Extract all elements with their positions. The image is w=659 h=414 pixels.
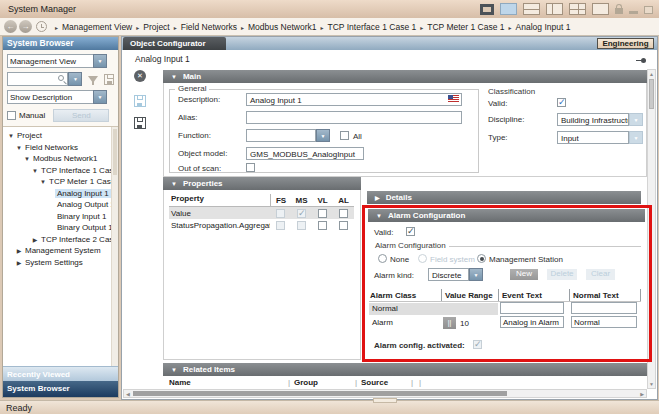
classification-valid-checkbox[interactable] — [557, 98, 566, 107]
layout-icon-vertical-split[interactable] — [546, 3, 563, 15]
collapsed-arrow-icon[interactable]: ▶ — [31, 235, 39, 246]
out-of-scan-checkbox[interactable] — [246, 163, 255, 172]
tree-scrollbar[interactable] — [111, 127, 118, 366]
filter-icon[interactable] — [88, 76, 98, 83]
discipline-dropdown[interactable]: Building Infrastructu — [557, 113, 629, 126]
tree-item[interactable]: Analog Input 1 — [3, 188, 118, 200]
normal-text-field[interactable] — [571, 302, 637, 314]
splitter-handle[interactable] — [373, 398, 397, 403]
expanded-arrow-icon[interactable]: ▼ — [7, 131, 15, 142]
tree-item-label[interactable]: Field Networks — [23, 143, 80, 152]
tree-item-label[interactable]: Binary Output 1 — [55, 223, 115, 232]
event-text-field[interactable] — [500, 302, 564, 314]
collapsed-arrow-icon[interactable]: ▶ — [15, 246, 23, 257]
collapsed-arrow-icon[interactable]: ▶ — [15, 258, 23, 269]
new-button[interactable]: New — [510, 269, 538, 280]
alarm-table-row[interactable]: Alarm||10Analog in AlarmNormal — [369, 316, 641, 330]
scroll-up-icon[interactable]: ▲ — [648, 71, 655, 77]
minimize-button[interactable] — [629, 11, 638, 14]
tree-scrollbar-thumb[interactable] — [113, 129, 117, 175]
tree-item[interactable]: ▶TCP Interface 2 Case 1 — [3, 234, 118, 246]
breadcrumb-item[interactable]: Management View — [62, 22, 132, 32]
chevron-down-icon[interactable]: ▼ — [93, 90, 107, 104]
tree-item-label[interactable]: Project — [15, 131, 44, 140]
alarm-valid-checkbox[interactable] — [406, 227, 415, 236]
back-button[interactable]: ← — [4, 20, 17, 33]
tree-item-label[interactable]: Binary Input 1 — [55, 212, 108, 221]
forward-button[interactable]: → — [19, 20, 32, 33]
breadcrumb-item[interactable]: Project — [143, 22, 169, 32]
layout-icon-single[interactable] — [592, 3, 609, 15]
layout-icon-horizontal-split[interactable] — [523, 3, 540, 15]
tree-item-label[interactable]: TCP Interface 1 Case 1 — [39, 166, 118, 175]
horizontal-scrollbar[interactable]: ◀ ▶ — [123, 389, 647, 398]
history-icon[interactable] — [36, 21, 47, 32]
vl-checkbox[interactable] — [318, 221, 327, 230]
tree-item-label[interactable]: Analog Input 1 — [55, 189, 111, 198]
scroll-down-icon[interactable]: ▼ — [648, 381, 655, 387]
system-browser-tab[interactable]: System Browser — [3, 381, 118, 397]
expanded-arrow-icon[interactable]: ▼ — [15, 143, 23, 154]
tree-item[interactable]: Analog Output 1 — [3, 199, 118, 211]
tree-item-label[interactable]: TCP Meter 1 Case 1 — [47, 177, 118, 186]
save-as-icon[interactable] — [134, 117, 146, 129]
chevron-down-icon[interactable]: ▼ — [469, 268, 483, 281]
display-mode-dropdown[interactable]: Show Description ▼ — [7, 90, 107, 104]
vertical-scrollbar[interactable]: ▲ ▼ — [647, 69, 656, 389]
normal-text-field[interactable]: Normal — [571, 316, 637, 328]
tree-item-label[interactable]: Modbus Network1 — [31, 154, 99, 163]
all-checkbox[interactable] — [340, 131, 349, 140]
section-header-related-items[interactable]: ▼Related Items — [163, 363, 647, 376]
tree-item-label[interactable]: Management System — [23, 246, 103, 255]
alias-field[interactable] — [246, 111, 462, 124]
maximize-button[interactable] — [644, 6, 653, 14]
breadcrumb-item[interactable]: TCP Interface 1 Case 1 — [328, 22, 417, 32]
section-header-alarm-configuration[interactable]: ▼Alarm Configuration — [368, 209, 645, 222]
close-icon[interactable]: ✕ — [134, 70, 146, 82]
save-search-icon[interactable] — [104, 74, 114, 85]
tree-item-label[interactable]: TCP Interface 2 Case 1 — [39, 235, 118, 244]
tree-item[interactable]: ▼Project — [3, 130, 118, 142]
radio-none[interactable] — [378, 254, 387, 263]
manual-checkbox[interactable] — [7, 111, 16, 120]
chevron-down-icon[interactable]: ▼ — [93, 54, 107, 68]
dock-layout-icon[interactable] — [480, 4, 494, 15]
tree-item[interactable]: ▶Management System — [3, 245, 118, 257]
breadcrumb-item[interactable]: Analog Input 1 — [516, 22, 571, 32]
vl-checkbox[interactable] — [318, 209, 327, 218]
type-dropdown[interactable]: Input — [557, 131, 629, 144]
section-header-main[interactable]: ▼Main — [163, 70, 647, 83]
chevron-down-icon[interactable]: ▼ — [316, 129, 330, 142]
range-editor-button[interactable]: || — [443, 317, 456, 329]
send-button[interactable]: Send — [53, 109, 109, 122]
layout-icon-grid[interactable] — [569, 3, 586, 15]
radio-management-station[interactable] — [477, 254, 486, 263]
al-checkbox[interactable] — [339, 221, 348, 230]
scroll-left-icon[interactable]: ◀ — [126, 391, 130, 397]
breadcrumb-item[interactable]: Field Networks — [181, 22, 237, 32]
section-header-details[interactable]: ▶Details — [367, 191, 641, 204]
object-model-field[interactable]: GMS_MODBUS_AnalogInput — [246, 147, 364, 160]
tree-item[interactable]: Binary Input 1 — [3, 211, 118, 223]
recently-viewed-tab[interactable]: Recently Viewed — [3, 366, 118, 381]
tree-item[interactable]: ▼Modbus Network1 — [3, 153, 118, 165]
expanded-arrow-icon[interactable]: ▼ — [31, 166, 39, 177]
property-row[interactable]: StatusPropagation.Aggregat — [169, 219, 354, 231]
al-checkbox[interactable] — [339, 209, 348, 218]
property-row[interactable]: Value — [169, 207, 354, 219]
alarm-table-row[interactable]: Normal — [369, 302, 641, 316]
language-flag-icon[interactable] — [448, 95, 459, 103]
expanded-arrow-icon[interactable]: ▼ — [23, 154, 31, 165]
save-icon[interactable] — [134, 95, 146, 107]
tree-item[interactable]: ▼Field Networks — [3, 142, 118, 154]
section-header-properties[interactable]: ▼Properties — [163, 177, 361, 190]
description-field[interactable]: Analog Input 1 — [246, 93, 462, 106]
search-input[interactable] — [7, 72, 68, 86]
breadcrumb-item[interactable]: TCP Meter 1 Case 1 — [427, 22, 504, 32]
horizontal-scrollbar-thumb[interactable] — [133, 391, 507, 396]
scroll-right-icon[interactable]: ▶ — [640, 391, 644, 397]
search-dropdown-button[interactable]: ▼ — [68, 72, 82, 86]
tree-item[interactable]: Binary Output 1 — [3, 222, 118, 234]
event-text-field[interactable]: Analog in Alarm — [500, 316, 564, 328]
function-dropdown[interactable] — [246, 129, 316, 142]
